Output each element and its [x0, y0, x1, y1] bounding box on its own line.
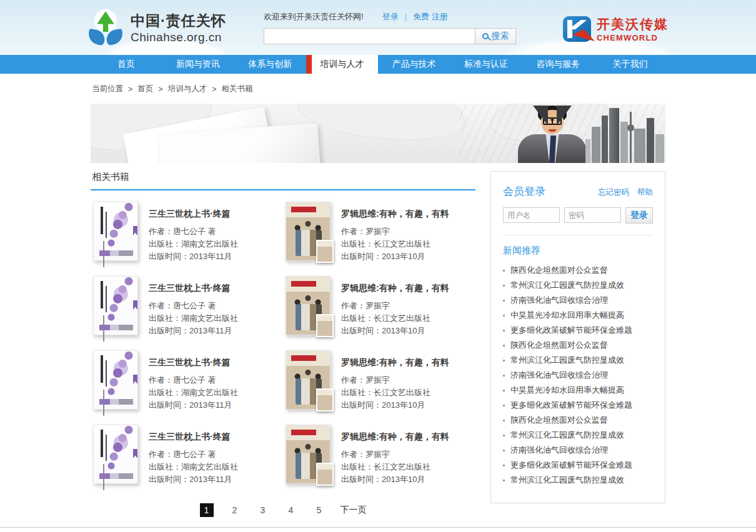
- news-item-link[interactable]: 常州滨江化工园废气防控显成效: [510, 473, 624, 488]
- bullet-icon: [503, 360, 505, 362]
- book-list-item: 罗辑思维:有种，有趣，有料 作者：罗振宇 出版社：长江文艺出版社 出版时间：20…: [283, 350, 475, 411]
- news-item-link[interactable]: 常州滨江化工园废气防控显成效: [510, 278, 624, 293]
- news-list-item: 中昊晨光冷却水回用率大幅提高: [503, 383, 653, 398]
- chemworld-logo-cn: 开美沃传媒: [597, 16, 669, 33]
- password-field[interactable]: [564, 207, 621, 223]
- breadcrumb-link-home[interactable]: 首页: [137, 84, 153, 94]
- cover-decor: [133, 226, 137, 235]
- nav-item-news-label: 新闻与资讯: [176, 59, 220, 70]
- sidebar-divider: [503, 235, 653, 235]
- news-item-link[interactable]: 更多细化政策破解节能环保金难题: [510, 398, 632, 413]
- skyline-bar: [592, 127, 600, 163]
- welcome-row: 欢迎来到开美沃责任关怀网! 登录 | 免费 注册: [264, 11, 516, 22]
- book-title-link[interactable]: 罗辑思维:有种，有趣，有料: [341, 283, 449, 294]
- skyline-bar: [585, 139, 590, 163]
- login-title: 会员登录: [503, 184, 545, 199]
- book-info: 罗辑思维:有种，有趣，有料 作者：罗振宇 出版社：长江文艺出版社 出版时间：20…: [341, 425, 449, 486]
- pagination-page-5[interactable]: 5: [312, 503, 326, 517]
- book-cover-image[interactable]: [93, 425, 138, 484]
- nav-item-home-label: 首页: [117, 59, 135, 70]
- book-title-link[interactable]: 罗辑思维:有种，有趣，有料: [341, 431, 449, 443]
- book-date: 出版时间：2013年11月: [149, 325, 238, 337]
- cover-decor: [133, 449, 137, 458]
- breadcrumb-label: 当前位置: [92, 84, 123, 94]
- news-item-link[interactable]: 陕西化企坦然面对公众监督: [510, 263, 608, 278]
- news-item-link[interactable]: 更多细化政策破解节能环保金难题: [510, 323, 632, 338]
- login-button[interactable]: 登录: [625, 207, 653, 224]
- book-list-item: 罗辑思维:有种，有趣，有料 作者：罗振宇 出版社：长江文艺出版社 出版时间：20…: [283, 425, 475, 486]
- breadcrumb-separator: >: [128, 85, 132, 94]
- news-list-item: 更多细化政策破解节能环保金难题: [503, 323, 653, 338]
- book-cover-image[interactable]: [286, 350, 331, 410]
- nav-item-training[interactable]: 培训与人才: [306, 55, 378, 74]
- book-publisher: 出版社：湖南文艺出版社: [149, 387, 238, 399]
- nav-item-home[interactable]: 首页: [90, 55, 162, 74]
- pagination-page-4[interactable]: 4: [284, 503, 298, 517]
- bullet-icon: [503, 435, 505, 436]
- pagination-page-2[interactable]: 2: [228, 503, 242, 517]
- book-title-link[interactable]: 罗辑思维:有种，有趣，有料: [341, 209, 449, 220]
- login-link[interactable]: 登录: [382, 11, 399, 22]
- news-item-link[interactable]: 陕西化企坦然面对公众监督: [510, 338, 608, 353]
- news-item-link[interactable]: 中昊晨光冷却水回用率大幅提高: [510, 308, 624, 323]
- news-item-link[interactable]: 济南强化油气回收综合治理: [510, 443, 608, 458]
- bullet-icon: [503, 465, 505, 466]
- footer-inner: Copyright © 2009-2013 www.ccin.com.cn Al…: [91, 528, 665, 532]
- pagination-page-1[interactable]: 1: [200, 503, 214, 517]
- book-title-link[interactable]: 三生三世枕上书·终篇: [149, 209, 238, 220]
- news-item-link[interactable]: 常州滨江化工园废气防控显成效: [510, 353, 624, 368]
- news-list-item: 陕西化企坦然面对公众监督: [503, 413, 653, 428]
- book-title-link[interactable]: 三生三世枕上书·终篇: [149, 283, 238, 294]
- nav-item-about[interactable]: 关于我们: [594, 55, 666, 74]
- news-item-link[interactable]: 常州滨江化工园废气防控显成效: [510, 428, 624, 443]
- book-title-link[interactable]: 罗辑思维:有种，有趣，有料: [341, 357, 449, 368]
- chemworld-logo-icon: [563, 16, 591, 42]
- search-button[interactable]: 搜索: [475, 28, 516, 44]
- book-cover-image[interactable]: [286, 425, 331, 484]
- book-author: 作者：唐七公子 著: [149, 448, 238, 461]
- skyline-bar: [655, 134, 664, 163]
- nav-item-system[interactable]: 体系与创新: [234, 55, 306, 74]
- nav-item-standards[interactable]: 标准与认证: [450, 55, 522, 74]
- book-publisher: 出版社：长江文艺出版社: [341, 461, 449, 473]
- nav-item-consulting[interactable]: 咨询与服务: [522, 55, 594, 74]
- help-link[interactable]: 帮助: [637, 187, 653, 198]
- book-cover-image[interactable]: [93, 202, 138, 261]
- book-publisher: 出版社：长江文艺出版社: [341, 387, 449, 399]
- news-item-link[interactable]: 陕西化企坦然面对公众监督: [510, 413, 608, 428]
- book-list-item: 三生三世枕上书·终篇 作者：唐七公子 著 出版社：湖南文艺出版社 出版时间：20…: [91, 202, 283, 263]
- pagination-page-3[interactable]: 3: [256, 503, 270, 517]
- suit: [518, 134, 587, 163]
- breadcrumb-link-books[interactable]: 相关书籍: [221, 84, 252, 94]
- book-cover-image[interactable]: [286, 202, 331, 261]
- book-cover-image[interactable]: [93, 350, 138, 410]
- skyline-bar: [647, 118, 654, 163]
- breadcrumb-link-training[interactable]: 培训与人才: [168, 84, 207, 94]
- news-item-link[interactable]: 中昊晨光冷却水回用率大幅提高: [510, 383, 624, 398]
- pagination-next-button[interactable]: 下一页: [341, 505, 367, 516]
- site-header: 中国·责任关怀 Chinahse.org.cn 欢迎来到开美沃责任关怀网! 登录…: [0, 0, 756, 55]
- businessman-photo: [515, 106, 589, 163]
- book-cover-image[interactable]: [286, 276, 331, 335]
- search-input[interactable]: [264, 28, 475, 44]
- book-info: 罗辑思维:有种，有趣，有料 作者：罗振宇 出版社：长江文艺出版社 出版时间：20…: [341, 276, 449, 337]
- book-list-item: 三生三世枕上书·终篇 作者：唐七公子 著 出版社：湖南文艺出版社 出版时间：20…: [91, 425, 283, 486]
- book-grid: 三生三世枕上书·终篇 作者：唐七公子 著 出版社：湖南文艺出版社 出版时间：20…: [91, 190, 475, 499]
- book-publisher: 出版社：湖南文艺出版社: [149, 312, 238, 325]
- book-cover-image[interactable]: [93, 276, 138, 335]
- site-logo[interactable]: 中国·责任关怀 Chinahse.org.cn: [87, 9, 249, 46]
- news-item-link[interactable]: 济南强化油气回收综合治理: [510, 368, 608, 383]
- username-field[interactable]: [503, 207, 560, 223]
- news-list-item: 更多细化政策破解节能环保金难题: [503, 398, 653, 413]
- chemworld-logo: 开美沃传媒 CHEMWORLD: [563, 16, 669, 42]
- nav-item-consulting-label: 咨询与服务: [536, 59, 580, 70]
- nav-item-news[interactable]: 新闻与资讯: [162, 55, 234, 74]
- book-title-link[interactable]: 三生三世枕上书·终篇: [149, 431, 238, 443]
- book-title-link[interactable]: 三生三世枕上书·终篇: [149, 357, 238, 368]
- register-link[interactable]: 免费 注册: [413, 11, 448, 22]
- forgot-password-link[interactable]: 忘记密码: [598, 187, 629, 198]
- news-item-link[interactable]: 更多细化政策破解节能环保金难题: [510, 458, 632, 473]
- bullet-icon: [503, 270, 505, 272]
- news-item-link[interactable]: 济南强化油气回收综合治理: [510, 293, 608, 308]
- nav-item-products[interactable]: 产品与技术: [378, 55, 450, 74]
